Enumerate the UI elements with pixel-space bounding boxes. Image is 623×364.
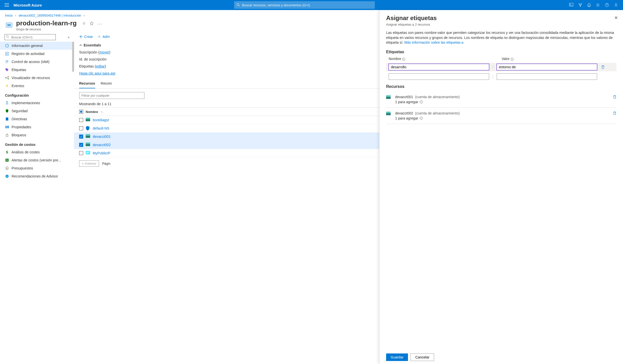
sidebar-item-cost-alerts[interactable]: $Alertas de costos (versión pre... <box>0 156 74 164</box>
col-name[interactable]: Nombre <box>86 110 98 114</box>
page-title: production-learn-rg <box>16 19 77 27</box>
svg-point-26 <box>99 36 100 37</box>
svg-point-11 <box>5 77 6 78</box>
edit-tags-link[interactable]: editar <box>96 64 105 68</box>
sidebar-item-iam[interactable]: Control de acceso (IAM) <box>0 58 74 66</box>
select-all-checkbox[interactable] <box>79 110 83 114</box>
filter-icon[interactable] <box>576 1 584 9</box>
sidebar-item-locks[interactable]: Bloqueos <box>0 131 74 139</box>
svg-rect-1 <box>569 3 573 6</box>
pin-icon[interactable] <box>82 21 86 27</box>
sidebar-item-properties[interactable]: Propiedades <box>0 123 74 131</box>
row-checkbox[interactable] <box>79 151 83 155</box>
sidebar-item-policies[interactable]: Directivas <box>0 115 74 123</box>
notifications-icon[interactable] <box>585 1 593 9</box>
tag-name-input[interactable] <box>389 64 489 70</box>
tab-resources[interactable]: Recursos <box>79 81 95 88</box>
cancel-button[interactable]: Cancelar <box>410 353 434 361</box>
resource-name[interactable]: default-NS <box>93 126 109 130</box>
global-search[interactable] <box>234 1 375 9</box>
delete-resource-icon[interactable] <box>613 111 616 115</box>
svg-rect-34 <box>86 152 89 152</box>
sidebar-item-cost-analysis[interactable]: $Análisis de costes <box>0 148 74 156</box>
prev-page-button[interactable]: < Anterior <box>79 160 99 167</box>
sidebar-item-resource-visualizer[interactable]: Visualizador de recursos <box>0 74 74 82</box>
feedback-icon[interactable] <box>612 1 620 9</box>
add-tags-link[interactable]: Haga clic aquí para agr <box>79 71 116 75</box>
sidebar-item-deployments[interactable]: Implementaciones <box>0 99 74 107</box>
sort-icon[interactable]: ↑↓ <box>100 110 104 114</box>
save-button[interactable]: Guardar <box>386 353 408 361</box>
svg-point-7 <box>6 35 8 37</box>
resource-item-sub: 1 para agregar <box>395 100 418 104</box>
sidebar-item-activity-log[interactable]: Registro de actividad <box>0 50 74 58</box>
info-icon[interactable]: i <box>420 117 423 120</box>
global-search-input[interactable] <box>242 3 373 7</box>
create-button[interactable]: Crear <box>79 35 93 39</box>
row-checkbox[interactable]: ✓ <box>79 143 83 147</box>
filter-input[interactable] <box>79 92 144 99</box>
move-link[interactable]: mover <box>99 50 109 54</box>
resource-item-name: devacct002 <box>395 111 413 115</box>
svg-rect-16 <box>7 126 8 128</box>
delete-tag-icon[interactable] <box>601 65 605 69</box>
more-icon[interactable]: ··· <box>97 21 102 27</box>
sidebar-scrollbar[interactable] <box>72 42 74 364</box>
ip-icon <box>86 151 90 155</box>
svg-point-9 <box>6 60 7 62</box>
resource-name[interactable]: devacct001 <box>93 135 111 139</box>
sidebar-section-cost: Gestión de costos <box>0 139 74 148</box>
row-checkbox[interactable] <box>79 118 83 122</box>
shield-icon <box>86 126 90 131</box>
help-icon[interactable] <box>603 1 611 9</box>
tag-value-input[interactable] <box>497 73 597 80</box>
sidebar-search-input[interactable] <box>5 34 56 40</box>
svg-point-25 <box>6 175 8 177</box>
svg-point-4 <box>615 4 617 5</box>
sidebar-item-budgets[interactable]: $Presupuestos <box>0 164 74 172</box>
svg-text:$: $ <box>6 150 8 154</box>
resource-name[interactable]: bootdiagst <box>93 118 109 122</box>
topbar: Microsoft Azure <box>0 0 623 10</box>
svg-rect-29 <box>86 134 90 135</box>
sidebar-item-events[interactable]: Eventos <box>0 82 74 90</box>
manage-button[interactable]: Adm <box>97 35 110 39</box>
hamburger-icon[interactable] <box>3 2 11 8</box>
info-icon[interactable]: i <box>420 100 423 103</box>
svg-rect-38 <box>386 112 391 113</box>
sidebar-item-tags[interactable]: Etiquetas <box>0 66 74 74</box>
tag-name-input[interactable] <box>389 73 489 80</box>
svg-rect-17 <box>8 126 9 128</box>
sidebar-item-overview[interactable]: Información general <box>0 42 74 50</box>
svg-rect-39 <box>386 113 391 115</box>
resource-name[interactable]: devacct002 <box>93 143 111 147</box>
learn-more-link[interactable]: Más información sobre las etiquetas ⧉ <box>404 40 463 44</box>
row-checkbox[interactable]: ✓ <box>79 135 83 139</box>
close-panel-icon[interactable]: ✕ <box>614 15 618 21</box>
tag-value-input[interactable] <box>497 64 597 70</box>
sidebar-section-config: Configuración <box>0 90 74 99</box>
cloud-shell-icon[interactable] <box>567 1 575 9</box>
breadcrumb-item[interactable]: devacct002_1659554017448 | Introducción <box>19 14 81 17</box>
breadcrumb-home[interactable]: Inicio <box>5 14 13 17</box>
sidebar-item-advisor[interactable]: Recomendaciones de Advisor <box>0 172 74 180</box>
people-icon <box>5 60 9 64</box>
svg-rect-31 <box>86 143 90 144</box>
collapse-sidebar-icon[interactable]: « <box>68 35 70 39</box>
resource-group-icon <box>5 21 13 29</box>
settings-icon[interactable] <box>594 1 602 9</box>
info-icon[interactable]: i <box>511 58 514 61</box>
resource-name[interactable]: MyPublicIP <box>93 151 110 155</box>
favorite-icon[interactable] <box>90 21 94 27</box>
assign-tags-panel: ✕ Asignar etiquetas Asignar etiquetas a … <box>379 10 623 364</box>
delete-resource-icon[interactable] <box>613 95 616 99</box>
sidebar-item-security[interactable]: Seguridad <box>0 107 74 115</box>
tab-recommendations[interactable]: Recom <box>101 81 112 88</box>
storage-icon <box>86 134 90 139</box>
policy-icon <box>5 117 9 121</box>
advisor-icon <box>5 174 9 178</box>
panel-title: Asignar etiquetas <box>386 15 616 22</box>
info-icon[interactable]: i <box>402 58 405 61</box>
row-checkbox[interactable] <box>79 126 83 130</box>
storage-icon <box>86 118 90 122</box>
